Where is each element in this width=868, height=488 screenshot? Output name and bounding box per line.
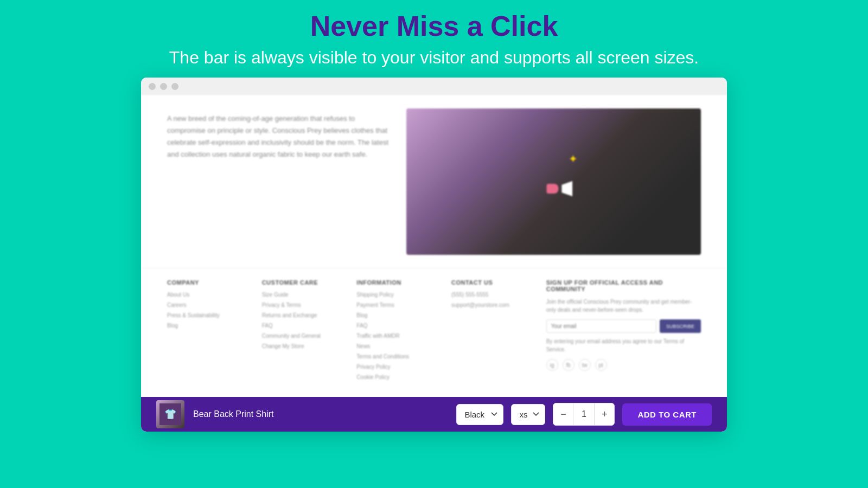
pinterest-icon[interactable]: pt xyxy=(595,359,607,371)
footer-email: support@yourstore.com xyxy=(451,301,529,309)
svg-text:👕: 👕 xyxy=(164,408,177,420)
footer-link-store: Change My Store xyxy=(262,343,340,350)
size-select[interactable]: xs s m l xl xyxy=(511,404,545,425)
footer-link-news: News xyxy=(356,343,434,350)
thumbnail-image: 👕 xyxy=(159,403,181,425)
footer-link-returns: Returns and Exchange xyxy=(262,312,340,319)
quantity-increase-button[interactable]: + xyxy=(595,403,614,425)
hero-subtitle: The bar is always visible to your visito… xyxy=(169,48,699,68)
footer-link-size: Size Guide xyxy=(262,291,340,299)
browser-dot-yellow xyxy=(160,83,167,90)
facebook-icon[interactable]: fb xyxy=(563,359,575,371)
product-image: ✦ xyxy=(406,108,701,255)
quantity-decrease-button[interactable]: − xyxy=(553,403,573,425)
footer-col-info: INFORMATION Shipping Policy Payment Term… xyxy=(356,279,434,384)
footer-col-customer-title: CUSTOMER CARE xyxy=(262,279,340,286)
sparkle-decoration: ✦ xyxy=(569,152,578,165)
footer-link-community: Community and General xyxy=(262,332,340,340)
footer-link-traffic: Traffic with AMDR xyxy=(356,332,434,340)
footer-link-about: About Us xyxy=(167,291,245,299)
footer-link-cookie: Cookie Policy xyxy=(356,374,434,381)
footer-col-customer: CUSTOMER CARE Size Guide Privacy & Terms… xyxy=(262,279,340,384)
page-image-column: ✦ xyxy=(406,108,701,255)
sticky-product-name: Bear Back Print Shirt xyxy=(193,409,456,419)
footer-link-faq2: FAQ xyxy=(356,322,434,330)
browser-window: A new breed of the coming-of-age generat… xyxy=(141,78,727,432)
footer-link-careers: Careers xyxy=(167,301,245,309)
quantity-value: 1 xyxy=(573,403,595,425)
newsletter-input[interactable] xyxy=(546,319,656,333)
sticky-product-thumbnail: 👕 xyxy=(156,400,184,428)
footer-link-privacy2: Privacy Policy xyxy=(356,363,434,371)
browser-dot-red xyxy=(149,83,156,90)
footer-link-press: Press & Sustainability xyxy=(167,312,245,319)
newsletter-subscribe-button[interactable]: SUBSCRIBE xyxy=(660,319,701,333)
footer-col-contact: CONTACT US (555) 555-5555 support@yourst… xyxy=(451,279,529,384)
footer-col-company-title: COMPANY xyxy=(167,279,245,286)
product-description: A new breed of the coming-of-age generat… xyxy=(167,113,393,160)
browser-page-content: A new breed of the coming-of-age generat… xyxy=(141,95,727,397)
hero-title: Never Miss a Click xyxy=(310,10,558,42)
footer-link-terms: Terms and Conditions xyxy=(356,353,434,361)
sticky-bar-controls: Black White Navy Red xs s m l xl − 1 + xyxy=(456,403,712,426)
footer-link-blog2: Blog xyxy=(356,312,434,319)
footer-phone: (555) 555-5555 xyxy=(451,291,529,299)
color-select[interactable]: Black White Navy Red xyxy=(456,404,503,425)
browser-dot-green xyxy=(171,83,178,90)
twitter-icon[interactable]: tw xyxy=(579,359,591,371)
quantity-control: − 1 + xyxy=(553,403,615,426)
footer-col-info-title: INFORMATION xyxy=(356,279,434,286)
instagram-icon[interactable]: ig xyxy=(546,359,558,371)
browser-content-area: A new breed of the coming-of-age generat… xyxy=(141,95,727,432)
footer-link-privacy: Privacy & Terms xyxy=(262,301,340,309)
add-to-cart-button[interactable]: ADD TO CART xyxy=(622,403,712,426)
footer-col-company: COMPANY About Us Careers Press & Sustain… xyxy=(167,279,245,384)
hand-icon xyxy=(546,184,558,194)
social-icons-row: ig fb tw pt xyxy=(546,359,701,371)
page-product-section: A new breed of the coming-of-age generat… xyxy=(141,95,727,268)
footer-newsletter-desc: Join the official Conscious Prey communi… xyxy=(546,298,701,314)
page-footer-section: COMPANY About Us Careers Press & Sustain… xyxy=(141,268,727,397)
megaphone-icon xyxy=(561,181,583,196)
footer-col-newsletter-title: Sign up for Official Access and Communit… xyxy=(546,279,701,292)
newsletter-disclaimer: By entering your email address you agree… xyxy=(546,337,701,354)
footer-link-payment: Payment Terms xyxy=(356,301,434,309)
sticky-add-to-cart-bar: 👕 Bear Back Print Shirt Black White Navy… xyxy=(141,397,727,432)
shirt-design xyxy=(546,181,583,196)
footer-link-shipping: Shipping Policy xyxy=(356,291,434,299)
footer-col-contact-title: CONTACT US xyxy=(451,279,529,286)
footer-link-faq: FAQ xyxy=(262,322,340,330)
browser-titlebar xyxy=(141,78,727,95)
footer-col-newsletter: Sign up for Official Access and Communit… xyxy=(546,279,701,384)
newsletter-row: SUBSCRIBE xyxy=(546,319,701,333)
page-text-column: A new breed of the coming-of-age generat… xyxy=(167,108,393,255)
footer-link-blog1: Blog xyxy=(167,322,245,330)
